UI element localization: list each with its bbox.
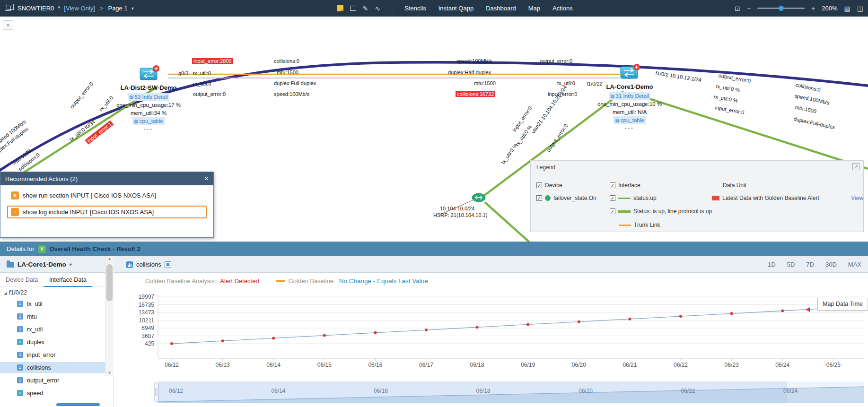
legend-device-header: Device <box>545 182 562 189</box>
recommended-action-label: show log include INPUT [Cisco IOS NXOS A… <box>23 208 154 216</box>
view-link[interactable]: View <box>851 195 863 201</box>
svg-text:06/24: 06/24 <box>783 388 798 394</box>
intfs-detail-link[interactable]: ▦31 Intfs Detail <box>609 92 650 100</box>
svg-text:13473: 13473 <box>139 309 155 316</box>
shape-rect-icon[interactable] <box>350 6 356 11</box>
cpu-table-link[interactable]: ▦cpu_table <box>132 117 164 125</box>
menu-item-map[interactable]: Map <box>528 5 540 12</box>
tab-device-data[interactable]: Device Data <box>0 273 44 287</box>
range-1d[interactable]: 1D <box>768 261 776 268</box>
chevron-down-icon[interactable]: ▾ <box>70 262 72 267</box>
scroll-up-icon[interactable]: ▲ <box>105 257 114 261</box>
interface-checkbox[interactable]: ✓ <box>610 182 615 188</box>
alert-data-label[interactable]: input_error:2809 <box>192 58 233 64</box>
hsrp-node-icon[interactable] <box>472 193 485 202</box>
recommended-actions-header[interactable]: Recommended Actions (2) × <box>0 172 213 185</box>
variable-item-input_error[interactable]: 1input_error <box>0 349 105 360</box>
topology-map[interactable]: » input_error:2809g0/3tx_util:0rx_util:0… <box>0 17 868 242</box>
device-selector[interactable]: LA-Core1-Demo ▾ <box>7 256 72 273</box>
share-icon[interactable]: ◫ <box>857 5 863 12</box>
svg-text:06/17: 06/17 <box>419 362 433 368</box>
draw-pencil-icon[interactable]: ✎ <box>363 5 368 12</box>
tab-interface-data[interactable]: Interface Data <box>44 273 92 287</box>
menu-item-stencils[interactable]: Stencils <box>404 5 426 12</box>
svg-text:06/12: 06/12 <box>165 362 179 368</box>
pin-chart-icon[interactable] <box>165 261 171 268</box>
fit-screen-icon[interactable]: ⊡ <box>735 5 740 12</box>
cpu-table-link[interactable]: ▦cpu_table <box>614 116 645 124</box>
interface-tree-parent[interactable]: ◢f1/0/22 <box>0 287 113 298</box>
page-selector[interactable]: Page 1 <box>108 5 127 12</box>
zoom-in-button[interactable]: + <box>811 5 815 12</box>
zoom-out-button[interactable]: − <box>747 5 751 12</box>
details-header[interactable]: Details for V Overall Health Check - Res… <box>0 242 868 256</box>
range-max[interactable]: MAX <box>848 261 861 268</box>
device-checkbox[interactable]: ✓ <box>536 182 542 188</box>
legend-title: Legend <box>536 164 555 171</box>
legend-expand-icon[interactable]: ↗ <box>852 163 859 170</box>
link-data-label: tx_util:0 <box>557 80 575 86</box>
range-drag-handle[interactable] <box>154 383 158 401</box>
zoom-level[interactable]: 200% <box>822 5 837 12</box>
cli-command-icon: ≡ <box>11 191 19 199</box>
trunk-link-swatch <box>619 225 631 226</box>
status-up-checkbox[interactable]: ✓ <box>610 195 615 201</box>
menu-item-instant-qapp[interactable]: Instant Qapp <box>438 5 473 12</box>
recommended-action-item[interactable]: ≡show log include INPUT [Cisco IOS NXOS … <box>7 206 207 218</box>
panel-expander-button[interactable]: » <box>3 20 13 30</box>
svg-text:3687: 3687 <box>141 333 154 339</box>
scroll-down-icon[interactable]: ▼ <box>105 371 114 375</box>
range-5d[interactable]: 5D <box>787 261 795 268</box>
more-dots[interactable]: ••• <box>580 124 679 132</box>
alert-data-label[interactable]: collisions:16732 <box>456 91 495 97</box>
svg-text:06/20: 06/20 <box>579 388 593 394</box>
link-data-label: HSRP: 21(10.104.10.1) <box>433 212 487 218</box>
link-data-label: tx_util:0 <box>193 70 211 76</box>
recommended-action-item[interactable]: ≡show run section INPUT [ Cisco IOS NXOS… <box>7 189 207 202</box>
link-data-label: speed:100Mb/s <box>274 91 309 97</box>
collisions-chart[interactable]: 425368769491021113473167351999706/1206/1… <box>114 273 868 407</box>
zoom-slider[interactable] <box>757 8 805 9</box>
details-for-label: Details for <box>7 245 35 252</box>
variable-item-output_error[interactable]: 1output_error <box>0 375 105 386</box>
map-data-time-box[interactable]: Map Data Time <box>817 298 868 311</box>
intfs-detail-link[interactable]: ▦53 Intfs Detail <box>128 93 169 101</box>
draw-curve-icon[interactable]: ∿ <box>375 5 380 12</box>
variable-item-tx_util[interactable]: 1tx_util <box>0 298 105 309</box>
range-7d[interactable]: 7D <box>806 261 814 268</box>
range-30d[interactable]: 30D <box>825 261 837 268</box>
variable-item-mtu[interactable]: 1mtu <box>0 311 105 322</box>
menu-item-actions[interactable]: Actions <box>552 5 573 12</box>
device-name[interactable]: LA-Core1-Demo <box>580 83 679 90</box>
svg-text:425: 425 <box>145 340 154 347</box>
variable-type-icon: 1 <box>17 364 23 371</box>
cpu-usage-label: one_min_cpu_usage:17 % <box>99 101 198 109</box>
export-icon[interactable]: ▤ <box>844 5 850 12</box>
more-dots[interactable]: ••• <box>99 125 198 133</box>
variable-item-speed[interactable]: sspeed <box>0 388 105 398</box>
sidebar-scrollbar[interactable]: ▲ ▼ <box>105 256 114 376</box>
windows-icon[interactable] <box>5 6 11 11</box>
device-la-dist2[interactable]: LA-Dist2-SW-Demo ▦53 Intfs Detail one_mi… <box>99 84 198 133</box>
device-la-core1[interactable]: LA-Core1-Demo ▦31 Intfs Detail one_min_c… <box>580 83 679 132</box>
zoom-slider-knob[interactable] <box>779 6 784 11</box>
cli-command-icon: ≡ <box>11 208 19 216</box>
view-only-link[interactable]: [View Only] <box>64 5 95 12</box>
scrollbar-thumb[interactable] <box>106 264 113 301</box>
menu-item-dashboard[interactable]: Dashboard <box>486 5 516 12</box>
collapse-triangle-icon[interactable]: ◢ <box>4 291 7 295</box>
variable-item-rx_util[interactable]: 1rx_util <box>0 324 105 335</box>
variable-item-collisions[interactable]: 1collisions <box>0 362 105 373</box>
status-up-link-hsrp-down[interactable] <box>485 202 530 242</box>
device-icon-la-dist2[interactable] <box>140 65 159 80</box>
sidebar-hscrollbar[interactable] <box>56 403 100 406</box>
metric-name-label: collisions <box>136 261 161 268</box>
note-icon[interactable] <box>337 5 343 11</box>
device-name[interactable]: LA-Dist2-SW-Demo <box>99 84 198 91</box>
variable-item-duplex[interactable]: sduplex <box>0 337 105 347</box>
failover-checkbox[interactable]: ✓ <box>536 195 542 201</box>
close-icon[interactable]: × <box>204 174 209 183</box>
svg-text:06/14: 06/14 <box>271 388 285 394</box>
status-long-checkbox[interactable]: ✓ <box>610 208 615 214</box>
chevron-down-icon[interactable]: ▾ <box>132 6 134 11</box>
